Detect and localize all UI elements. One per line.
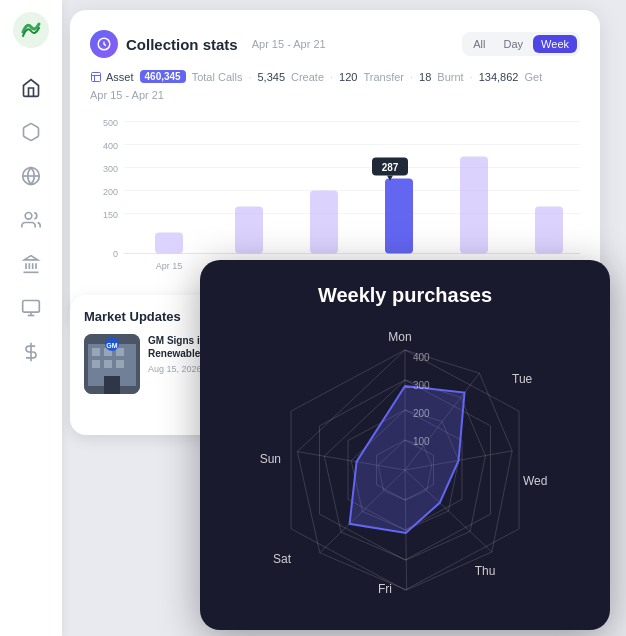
asset-filter[interactable]: Asset: [90, 71, 134, 83]
time-filters: All Day Week: [462, 32, 580, 56]
svg-rect-15: [92, 72, 101, 81]
svg-rect-30: [155, 233, 183, 254]
svg-rect-37: [460, 157, 488, 254]
svg-rect-50: [92, 360, 100, 368]
time-filter-day[interactable]: Day: [496, 35, 532, 53]
transfer-label: Transfer: [363, 71, 404, 83]
ring-label-100: 100: [413, 436, 430, 447]
label-fri: Fri: [378, 582, 392, 596]
burnt-label: Burnt: [437, 71, 463, 83]
sidebar: [0, 0, 62, 636]
time-filter-week[interactable]: Week: [533, 35, 577, 53]
svg-rect-49: [116, 348, 124, 356]
ring-label-400: 400: [413, 352, 430, 363]
svg-marker-71: [350, 386, 465, 533]
market-item-image: GM: [84, 334, 140, 394]
get-value: 134,862: [479, 71, 519, 83]
svg-rect-51: [104, 360, 112, 368]
svg-rect-10: [23, 301, 40, 313]
radar-chart: .ring { fill: none; stroke: rgba(255,255…: [245, 315, 565, 615]
svg-text:150: 150: [103, 210, 118, 220]
svg-text:300: 300: [103, 164, 118, 174]
sidebar-item-chart[interactable]: [9, 288, 53, 328]
svg-rect-31: [235, 207, 263, 254]
label-sun: Sun: [260, 452, 281, 466]
weekly-purchases-card: Weekly purchases .ring { fill: none; str…: [200, 260, 610, 630]
create-label: Create: [291, 71, 324, 83]
svg-rect-47: [92, 348, 100, 356]
label-tue: Tue: [512, 372, 533, 386]
svg-text:Apr 15: Apr 15: [156, 261, 183, 271]
svg-rect-33: [385, 179, 413, 254]
asset-label: Asset: [106, 71, 134, 83]
sidebar-item-box[interactable]: [9, 112, 53, 152]
panel-title: Collection stats: [126, 36, 238, 53]
get-label: Get: [524, 71, 542, 83]
total-calls-badge: 460,345: [140, 70, 186, 83]
panel-icon: [90, 30, 118, 58]
svg-text:200: 200: [103, 187, 118, 197]
svg-text:287: 287: [382, 162, 399, 173]
label-sat: Sat: [273, 552, 292, 566]
transfer-value: 120: [339, 71, 357, 83]
svg-text:500: 500: [103, 118, 118, 128]
total-calls-label: Total Calls: [192, 71, 243, 83]
panel-header: Collection stats Apr 15 - Apr 21 All Day…: [90, 30, 580, 58]
svg-text:400: 400: [103, 141, 118, 151]
logo[interactable]: [13, 12, 49, 48]
svg-point-3: [25, 213, 32, 220]
svg-rect-52: [116, 360, 124, 368]
ring-label-300: 300: [413, 380, 430, 391]
ring-label-200: 200: [413, 408, 430, 419]
weekly-purchases-title: Weekly purchases: [318, 284, 492, 307]
svg-marker-9: [24, 256, 37, 260]
sidebar-item-home[interactable]: [9, 68, 53, 108]
svg-rect-38: [535, 207, 563, 254]
panel-date: Apr 15 - Apr 21: [252, 38, 326, 50]
svg-rect-32: [310, 191, 338, 254]
burnt-value: 18: [419, 71, 431, 83]
sidebar-item-bank[interactable]: [9, 244, 53, 284]
svg-text:0: 0: [113, 249, 118, 259]
label-thu: Thu: [475, 564, 496, 578]
svg-rect-53: [104, 376, 120, 394]
panel-title-row: Collection stats Apr 15 - Apr 21: [90, 30, 326, 58]
label-wed: Wed: [523, 474, 547, 488]
svg-text:GM: GM: [106, 342, 117, 349]
bar-chart: 500 400 300 200 150 0 287: [90, 111, 580, 281]
label-mon: Mon: [388, 330, 411, 344]
time-filter-all[interactable]: All: [465, 35, 493, 53]
sidebar-item-dollar-chart[interactable]: [9, 332, 53, 372]
create-value: 5,345: [257, 71, 285, 83]
get-date: Apr 15 - Apr 21: [90, 89, 164, 101]
sidebar-item-globe[interactable]: [9, 156, 53, 196]
sidebar-item-users[interactable]: [9, 200, 53, 240]
stats-row: Asset 460,345 Total Calls · 5,345 Create…: [90, 70, 580, 101]
